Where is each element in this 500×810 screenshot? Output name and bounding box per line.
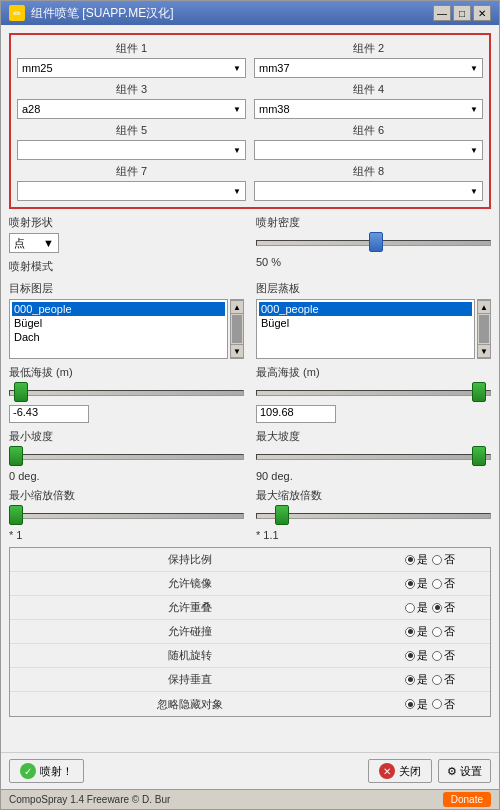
max-scale-value: * 1.1 xyxy=(256,529,491,541)
template-layer-scrollbar[interactable]: ▲ ▼ xyxy=(477,299,491,359)
max-slope-value: 90 deg. xyxy=(256,470,491,482)
target-layer-scrollbar[interactable]: ▲ ▼ xyxy=(230,299,244,359)
close-button[interactable]: ✕ 关闭 xyxy=(368,759,432,783)
component-6-select[interactable]: ▼ xyxy=(254,140,483,160)
components-row-4: 组件 7 ▼ 组件 8 ▼ xyxy=(17,164,483,201)
radio-no-circle-4[interactable] xyxy=(432,651,442,661)
radio-no-2[interactable]: 否 xyxy=(432,600,455,615)
components-row-1: 组件 1 mm25 ▼ 组件 2 mm37 ▼ xyxy=(17,41,483,78)
template-layer-listbox[interactable]: 000_people Bügel xyxy=(256,299,475,359)
radio-no-circle-6[interactable] xyxy=(432,699,442,709)
min-altitude-thumb[interactable] xyxy=(14,382,28,402)
radio-yes-3[interactable]: 是 xyxy=(405,624,428,639)
list-item[interactable]: 000_people xyxy=(259,302,472,316)
scroll-up-button[interactable]: ▲ xyxy=(230,300,244,314)
component-8-group: 组件 8 ▼ xyxy=(254,164,483,201)
component-3-select[interactable]: a28 ▼ xyxy=(17,99,246,119)
component-5-group: 组件 5 ▼ xyxy=(17,123,246,160)
list-item[interactable]: 000_people xyxy=(12,302,225,316)
dropdown-arrow: ▼ xyxy=(43,237,54,249)
scroll-down-button[interactable]: ▼ xyxy=(477,344,491,358)
max-scale-thumb[interactable] xyxy=(275,505,289,525)
component-7-select[interactable]: ▼ xyxy=(17,181,246,201)
density-slider[interactable] xyxy=(256,235,491,251)
radio-no-4[interactable]: 否 xyxy=(432,648,455,663)
radio-yes-5[interactable]: 是 xyxy=(405,672,428,687)
min-scale-slider[interactable] xyxy=(9,508,244,524)
radio-no-3[interactable]: 否 xyxy=(432,624,455,639)
max-altitude-input[interactable]: 109.68 xyxy=(256,405,336,423)
radio-no-circle-3[interactable] xyxy=(432,627,442,637)
max-scale-slider[interactable] xyxy=(256,508,491,524)
list-item[interactable]: Bügel xyxy=(12,316,225,330)
min-altitude-input[interactable]: -6.43 xyxy=(9,405,89,423)
max-altitude-slider[interactable] xyxy=(256,385,491,401)
spray-shape-select[interactable]: 点 ▼ xyxy=(9,233,59,253)
settings-button[interactable]: ⚙ 设置 xyxy=(438,759,491,783)
radio-yes-4[interactable]: 是 xyxy=(405,648,428,663)
component-2-group: 组件 2 mm37 ▼ xyxy=(254,41,483,78)
radio-no-circle-2[interactable] xyxy=(432,603,442,613)
radio-yes-circle-2[interactable] xyxy=(405,603,415,613)
radio-yes-6[interactable]: 是 xyxy=(405,697,428,712)
scroll-down-button[interactable]: ▼ xyxy=(230,344,244,358)
radio-yes-0[interactable]: 是 xyxy=(405,552,428,567)
dropdown-arrow: ▼ xyxy=(470,146,478,155)
scroll-thumb[interactable] xyxy=(232,315,242,343)
component-1-select[interactable]: mm25 ▼ xyxy=(17,58,246,78)
components-row-2: 组件 3 a28 ▼ 组件 4 mm38 ▼ xyxy=(17,82,483,119)
component-5-select[interactable]: ▼ xyxy=(17,140,246,160)
close-button[interactable]: ✕ xyxy=(473,5,491,21)
radio-no-circle-0[interactable] xyxy=(432,555,442,565)
radio-yes-circle-1[interactable] xyxy=(405,579,415,589)
radio-no-0[interactable]: 否 xyxy=(432,552,455,567)
radio-no-1[interactable]: 否 xyxy=(432,576,455,591)
component-2-select[interactable]: mm37 ▼ xyxy=(254,58,483,78)
radio-yes-1[interactable]: 是 xyxy=(405,576,428,591)
max-slope-section: 最大坡度 90 deg. xyxy=(256,429,491,482)
radio-yes-circle-5[interactable] xyxy=(405,675,415,685)
max-slope-slider[interactable] xyxy=(256,449,491,465)
max-scale-label: 最大缩放倍数 xyxy=(256,488,491,503)
list-item[interactable]: Bügel xyxy=(259,316,472,330)
radio-yes-circle-0[interactable] xyxy=(405,555,415,565)
dropdown-arrow: ▼ xyxy=(470,105,478,114)
donate-button[interactable]: Donate xyxy=(443,792,491,807)
scroll-thumb[interactable] xyxy=(479,315,489,343)
min-altitude-slider[interactable] xyxy=(9,385,244,401)
option-radios-3: 是 否 xyxy=(370,624,490,639)
max-slope-track xyxy=(256,454,491,460)
radio-no-6[interactable]: 否 xyxy=(432,697,455,712)
radio-yes-2[interactable]: 是 xyxy=(405,600,428,615)
maximize-button[interactable]: □ xyxy=(453,5,471,21)
min-scale-thumb[interactable] xyxy=(9,505,23,525)
option-label-3: 允许碰撞 xyxy=(10,624,370,639)
min-slope-thumb[interactable] xyxy=(9,446,23,466)
target-layer-label: 目标图层 xyxy=(9,281,244,296)
radio-no-circle-5[interactable] xyxy=(432,675,442,685)
max-altitude-thumb[interactable] xyxy=(472,382,486,402)
minimize-button[interactable]: — xyxy=(433,5,451,21)
option-label-5: 保持垂直 xyxy=(10,672,370,687)
radio-no-5[interactable]: 否 xyxy=(432,672,455,687)
radio-yes-circle-6[interactable] xyxy=(405,699,415,709)
option-radios-0: 是 否 xyxy=(370,552,490,567)
radio-yes-circle-3[interactable] xyxy=(405,627,415,637)
radio-yes-circle-4[interactable] xyxy=(405,651,415,661)
list-item[interactable]: Dach xyxy=(12,330,225,344)
target-layer-listbox[interactable]: 000_people Bügel Dach xyxy=(9,299,228,359)
component-4-select[interactable]: mm38 ▼ xyxy=(254,99,483,119)
max-slope-thumb[interactable] xyxy=(472,446,486,466)
option-radios-2: 是 否 xyxy=(370,600,490,615)
density-thumb[interactable] xyxy=(369,232,383,252)
scale-section: 最小缩放倍数 * 1 最大缩放倍数 * 1.1 xyxy=(9,488,491,541)
table-row: 允许镜像 是 否 xyxy=(10,572,490,596)
spray-shape-row: 点 ▼ xyxy=(9,233,244,253)
component-8-select[interactable]: ▼ xyxy=(254,181,483,201)
min-slope-slider[interactable] xyxy=(9,449,244,465)
scroll-up-button[interactable]: ▲ xyxy=(477,300,491,314)
options-table: 保持比例 是 否 允许镜像 是 xyxy=(9,547,491,717)
spray-button[interactable]: ✓ 喷射！ xyxy=(9,759,84,783)
components-box: 组件 1 mm25 ▼ 组件 2 mm37 ▼ 组件 3 xyxy=(9,33,491,209)
radio-no-circle-1[interactable] xyxy=(432,579,442,589)
